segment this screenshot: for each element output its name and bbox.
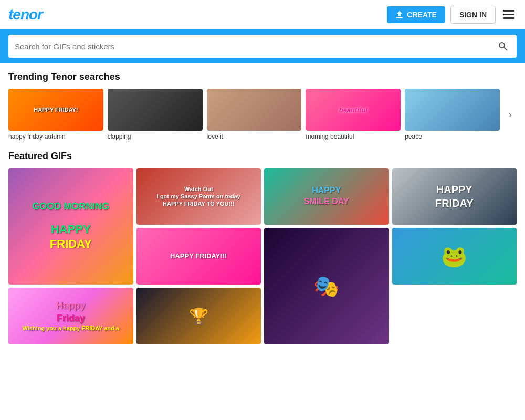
gif-text-1: GOOD MORNING HAPPY FRIDAY [8, 168, 133, 285]
search-bar-container [0, 29, 525, 63]
gif-cell-5[interactable]: HAPPY FRIDAY!!! [136, 228, 261, 285]
trending-label-4: morning beautiful [306, 133, 401, 140]
trending-item-3[interactable]: love it [207, 89, 302, 140]
trending-section: Trending Tenor searches HAPPY FRIDAY! ha… [8, 71, 517, 140]
trending-thumb-5 [405, 89, 500, 131]
gif-text-5: HAPPY FRIDAY!!! [136, 228, 261, 285]
create-button[interactable]: CREATE [387, 6, 445, 23]
search-input[interactable] [15, 42, 496, 51]
search-icon [498, 41, 508, 51]
svg-point-0 [499, 43, 505, 48]
gif-cell-9[interactable]: 🏆 [136, 288, 261, 344]
svg-line-1 [504, 47, 507, 50]
trending-grid: HAPPY FRIDAY! happy friday autumn clappi… [8, 89, 517, 140]
featured-section: Featured GIFs GOOD MORNING HAPPY FRIDAY … [8, 151, 517, 344]
menu-line-2 [503, 14, 514, 15]
trending-item-1[interactable]: HAPPY FRIDAY! happy friday autumn [8, 89, 103, 140]
header: tenor CREATE SIGN IN [0, 0, 525, 29]
gif-placeholder-9: 🏆 [136, 288, 261, 344]
header-actions: CREATE SIGN IN [387, 6, 517, 24]
trending-label-3: love it [207, 133, 302, 140]
featured-grid: GOOD MORNING HAPPY FRIDAY Watch Out I go… [8, 168, 517, 344]
gif-cell-3[interactable]: HAPPY SMILE DAY [264, 168, 389, 225]
gif-text-8: Happy Friday Wishing you a happy FRIDAY … [8, 288, 133, 344]
trending-label-2: clapping [108, 133, 203, 140]
gif-text-4: HAPPY FRIDAY [392, 168, 517, 225]
trending-item-4[interactable]: beautiful morning beautiful [306, 89, 401, 140]
trending-thumb-3 [207, 89, 302, 131]
gif-placeholder-7: 🐸 [392, 228, 517, 285]
trending-thumb-4: beautiful [306, 89, 401, 131]
trending-next-arrow[interactable]: › [504, 108, 517, 121]
logo: tenor [8, 6, 43, 23]
gif-cell-2[interactable]: Watch Out I got my Sassy Pants on today … [136, 168, 261, 225]
gif-cell-7[interactable]: 🐸 [392, 228, 517, 285]
trending-title: Trending Tenor searches [8, 71, 517, 82]
create-label: CREATE [407, 10, 437, 19]
gif-text-2: Watch Out I got my Sassy Pants on today … [136, 168, 261, 225]
trending-thumb-2 [108, 89, 203, 131]
upload-icon [395, 10, 404, 19]
gif-cell-1[interactable]: GOOD MORNING HAPPY FRIDAY [8, 168, 133, 285]
gif-placeholder-6: 🎭 [264, 228, 389, 344]
main-content: Trending Tenor searches HAPPY FRIDAY! ha… [0, 63, 525, 353]
signin-button[interactable]: SIGN IN [450, 6, 496, 24]
gif-text-3: HAPPY SMILE DAY [264, 168, 389, 225]
gif-cell-4[interactable]: HAPPY FRIDAY [392, 168, 517, 225]
trending-item-2[interactable]: clapping [108, 89, 203, 140]
trending-label-1: happy friday autumn [8, 133, 103, 140]
menu-line-1 [503, 10, 514, 12]
menu-button[interactable] [501, 8, 517, 21]
trending-item-5[interactable]: peace [405, 89, 500, 140]
featured-title: Featured GIFs [8, 151, 517, 162]
trending-thumb-1: HAPPY FRIDAY! [8, 89, 103, 131]
trending-label-5: peace [405, 133, 500, 140]
search-button[interactable] [496, 39, 510, 54]
search-bar [8, 35, 517, 58]
menu-line-3 [503, 17, 514, 19]
gif-cell-8[interactable]: Happy Friday Wishing you a happy FRIDAY … [8, 288, 133, 344]
gif-cell-6[interactable]: 🎭 [264, 228, 389, 344]
